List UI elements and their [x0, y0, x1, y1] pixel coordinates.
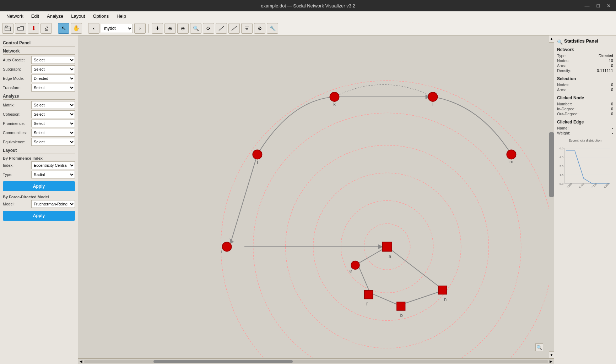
transform-select[interactable]: Select	[31, 84, 75, 92]
cn-indegree-row: In-Degree: 0	[557, 107, 613, 111]
window-controls[interactable]: — □ ✕	[583, 3, 613, 9]
selection-stats-section: Selection Nodes: 0 Arcs: 0	[557, 76, 613, 92]
svg-point-13	[221, 81, 553, 358]
by-force-title: By Force-Directed Model	[3, 195, 75, 199]
svg-point-12	[253, 113, 521, 358]
canvas-area[interactable]: k l j m i a e	[78, 35, 554, 358]
svg-line-23	[370, 293, 399, 305]
print-btn[interactable]: 🖨	[40, 23, 52, 34]
stat-density-label: Density:	[557, 68, 571, 73]
prominence-label: Prominence:	[3, 121, 31, 126]
ce-weight-value: -	[612, 131, 613, 135]
hscroll-track[interactable]	[84, 360, 548, 363]
open-folder-btn[interactable]	[15, 23, 26, 34]
menu-analyze[interactable]: Analyze	[43, 12, 67, 20]
edge-mode-label: Edge Mode:	[3, 76, 31, 81]
open-file-btn[interactable]	[2, 23, 13, 34]
cohesion-select[interactable]: Select	[31, 110, 75, 118]
ce-weight-row: Weight: -	[557, 131, 613, 135]
node-circle-btn[interactable]: ⊕	[164, 23, 176, 34]
apply-prominence-btn[interactable]: Apply	[3, 181, 75, 191]
draw-undirected-btn[interactable]	[228, 23, 240, 34]
canvas-wrapper: k l j m i a e	[78, 35, 554, 364]
menu-help[interactable]: Help	[113, 12, 130, 20]
add-node-btn[interactable]: +	[152, 23, 163, 34]
stat-nodes-row: Nodes: 10	[557, 59, 613, 63]
hscroll-left[interactable]: ◀	[80, 359, 82, 363]
type-row: Type: Radial Circular Level	[3, 171, 75, 178]
preset-select[interactable]: mydot	[101, 24, 133, 33]
remove-node-btn[interactable]: ⊖	[177, 23, 189, 34]
svg-text:m: m	[509, 159, 513, 164]
preset-wrap: mydot	[101, 24, 133, 33]
close-btn[interactable]: ✕	[605, 3, 613, 9]
clicked-node-title: Clicked Node	[557, 95, 613, 100]
network-stats-title: Network	[557, 47, 613, 52]
svg-line-22	[358, 264, 370, 293]
vscroll-up[interactable]: ▲	[549, 35, 554, 43]
clicked-edge-title: Clicked Edge	[557, 120, 613, 125]
equivalence-row: Equivalence: Select	[3, 138, 75, 146]
equivalence-label: Equivalence:	[3, 140, 31, 144]
menu-network[interactable]: Network	[3, 12, 27, 20]
prominence-select[interactable]: Select	[31, 120, 75, 127]
zoom-fit-canvas-btn[interactable]: 🔍	[535, 343, 543, 351]
auto-create-select[interactable]: Select	[31, 56, 75, 64]
clicked-edge-section: Clicked Edge Name: - Weight: -	[557, 120, 613, 135]
pointer-btn[interactable]: ↖	[58, 23, 69, 34]
hscroll-right[interactable]: ▶	[550, 359, 552, 363]
subgraph-select[interactable]: Select	[31, 65, 75, 73]
zoom-in-btn[interactable]: 🔍	[190, 23, 201, 34]
toolbar-sep-2	[85, 24, 85, 33]
vscroll-thumb[interactable]	[549, 132, 554, 197]
index-select[interactable]: Eccentricity Centra Degree Closeness Bet…	[31, 161, 75, 169]
apply-force-btn[interactable]: Apply	[3, 211, 75, 221]
next-btn[interactable]: ›	[134, 23, 146, 34]
stats-search-icon[interactable]: 🔍	[557, 39, 563, 45]
network-section-title: Network	[3, 49, 75, 55]
menu-layout[interactable]: Layout	[67, 12, 88, 20]
stat-type-row: Type: Directed	[557, 54, 613, 58]
transform-label: Transform:	[3, 86, 31, 90]
zoom-fit-btn[interactable]: ⟳	[203, 23, 214, 34]
network-graph[interactable]: k l j m i a e	[78, 35, 554, 358]
svg-rect-43	[397, 302, 405, 310]
svg-rect-45	[438, 286, 447, 294]
cn-indegree-label: In-Degree:	[557, 107, 576, 111]
filter-btn[interactable]	[241, 23, 253, 34]
save-btn[interactable]: ⬇	[28, 23, 39, 34]
cn-indegree-value: 0	[611, 107, 613, 111]
svg-line-25	[387, 247, 441, 288]
communities-select[interactable]: Select	[31, 129, 75, 137]
menu-edit[interactable]: Edit	[28, 12, 43, 20]
svg-text:a: a	[389, 254, 391, 259]
maximize-btn[interactable]: □	[595, 3, 602, 9]
prev-btn[interactable]: ‹	[88, 23, 99, 34]
hand-btn[interactable]: ✋	[71, 23, 82, 34]
equivalence-select[interactable]: Select	[31, 138, 75, 146]
model-row: Model: Fruchterman-Reing Kamada-Kawai	[3, 200, 75, 208]
auto-create-row: Auto Create: Select	[3, 56, 75, 64]
edge-mode-select[interactable]: Directed Undirected	[31, 75, 75, 82]
svg-text:l: l	[432, 101, 433, 107]
model-select[interactable]: Fruchterman-Reing Kamada-Kawai	[31, 200, 75, 208]
edge-mode-row: Edge Mode: Directed Undirected	[3, 75, 75, 82]
svg-point-35	[222, 242, 232, 251]
help-btn[interactable]: 🔧	[267, 23, 278, 34]
svg-point-29	[428, 92, 437, 101]
vscroll-down[interactable]: ▼	[549, 351, 554, 358]
svg-text:0.100: 0.100	[579, 182, 585, 188]
sel-nodes-label: Nodes:	[557, 83, 569, 87]
draw-edge-btn[interactable]	[216, 23, 227, 34]
menu-options[interactable]: Options	[89, 12, 112, 20]
sel-nodes-row: Nodes: 0	[557, 83, 613, 87]
minimize-btn[interactable]: —	[583, 3, 592, 9]
type-select[interactable]: Radial Circular Level	[31, 171, 75, 178]
hscroll-thumb[interactable]	[153, 360, 293, 363]
vscroll-bar[interactable]: ▲ ▼	[549, 35, 554, 358]
settings-btn[interactable]: ⚙	[254, 23, 265, 34]
svg-rect-0	[5, 27, 11, 31]
matrix-select[interactable]: Select	[31, 101, 75, 109]
selection-stats-title: Selection	[557, 76, 613, 81]
stat-nodes-value: 10	[609, 59, 613, 63]
